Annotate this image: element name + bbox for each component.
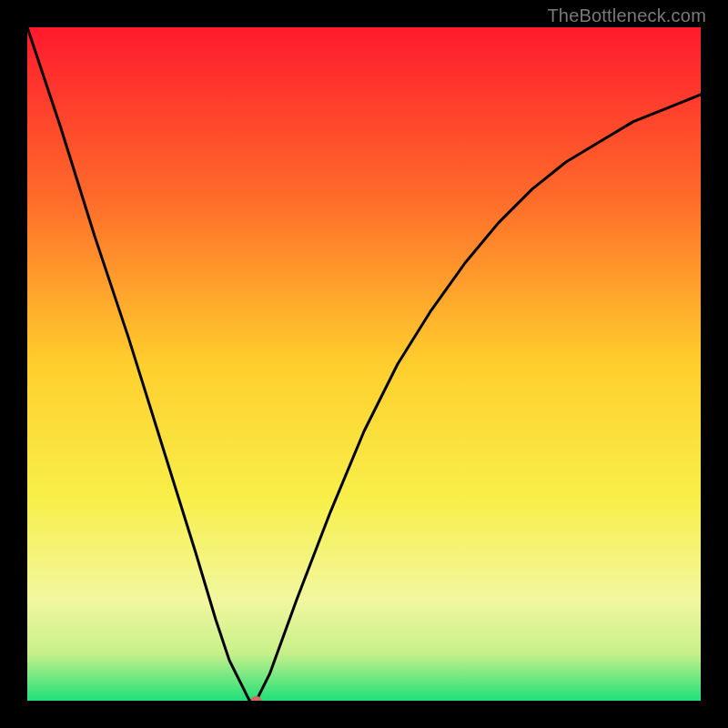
watermark-label: TheBottleneck.com <box>547 5 706 26</box>
gradient-background <box>27 27 701 701</box>
chart-svg <box>27 27 701 701</box>
chart-frame: TheBottleneck.com <box>0 0 728 728</box>
plot-area <box>27 27 701 701</box>
